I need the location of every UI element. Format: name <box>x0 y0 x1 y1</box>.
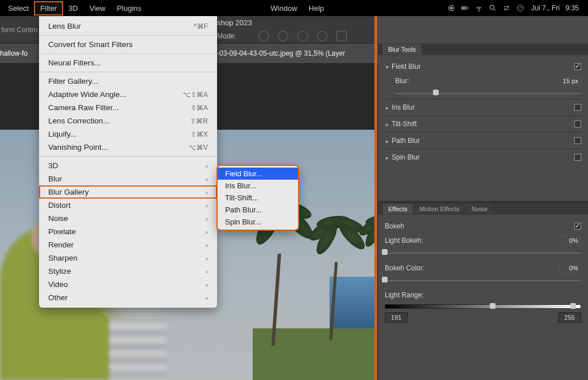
svg-point-6 <box>507 6 508 7</box>
mode-icon[interactable] <box>258 31 269 41</box>
filter-menu-item[interactable]: Convert for Smart Filters <box>39 38 217 51</box>
iris-blur-checkbox[interactable] <box>574 104 581 111</box>
filter-menu-item[interactable]: Neural Filters... <box>39 56 217 69</box>
filter-menu-item[interactable]: Video› <box>39 278 217 291</box>
filter-menu-item[interactable]: Stylize› <box>39 265 217 278</box>
iris-blur-toggle[interactable]: ▸Iris Blur <box>385 100 581 114</box>
filter-menu-item[interactable]: Other› <box>39 291 217 304</box>
submenu-item[interactable]: Iris Blur... <box>217 180 299 192</box>
motion-effects-tab[interactable]: Motion Effects <box>413 204 466 214</box>
spin-blur-toggle[interactable]: ▸Spin Blur <box>385 150 581 164</box>
svg-point-5 <box>490 5 494 9</box>
field-blur-toggle[interactable]: ▾Field Blur <box>385 60 581 73</box>
blur-tools-panel: ▾Field Blur Blur: 15 px ▸Iris Blur ▸Tilt… <box>378 55 588 169</box>
blur-gallery-submenu: Field Blur... Iris Blur... Tilt-Shift...… <box>217 165 299 230</box>
mode-label: Mode: <box>217 32 236 40</box>
bokeh-checkbox[interactable] <box>574 223 581 230</box>
filter-menu-item[interactable]: Pixelate› <box>39 225 217 238</box>
filter-menu-item[interactable]: Liquify...⇧⌘X <box>39 127 217 141</box>
mode-icon[interactable] <box>278 31 288 41</box>
filter-menu-item[interactable]: Lens Correction...⇧⌘R <box>39 114 217 127</box>
menubar-date[interactable]: Jul 7., Fri <box>531 4 559 12</box>
bokeh-color-slider[interactable] <box>385 276 581 284</box>
noise-tab[interactable]: Noise <box>466 204 494 214</box>
menubar-time[interactable]: 9:35 <box>566 4 579 12</box>
toolbar-left-fragment: form Contro <box>1 26 37 34</box>
blur-value[interactable]: 15 px <box>559 76 581 86</box>
svg-point-1 <box>451 7 453 9</box>
menu-plugins[interactable]: Plugins <box>111 2 148 15</box>
filter-menu-last[interactable]: Lens Blur ^⌘F <box>39 20 217 33</box>
filter-menu-item[interactable]: Sharpen› <box>39 251 217 265</box>
filter-menu-item[interactable]: 3D› <box>39 159 217 172</box>
siri-icon[interactable] <box>516 4 524 12</box>
blur-slider[interactable] <box>395 88 581 96</box>
document-tab[interactable]: -03-09-04-43-05-utc.jpeg @ 31,5% (Layer <box>217 49 345 57</box>
mode-icon[interactable] <box>297 31 308 41</box>
effects-panel: Bokeh Light Bokeh: 0% Bokeh Color: 0% Li… <box>378 215 588 327</box>
light-range-low[interactable]: 191 <box>385 312 408 323</box>
filter-menu-item[interactable]: Filter Gallery... <box>39 75 217 88</box>
light-range-slider[interactable] <box>385 302 581 310</box>
submenu-item[interactable]: Tilt-Shift... <box>217 192 299 204</box>
filter-menu-item[interactable]: Render› <box>39 238 217 251</box>
search-icon[interactable] <box>489 4 497 12</box>
filter-menu-blur-gallery[interactable]: Blur Gallery› <box>39 185 217 199</box>
app-title-fragment: shop 2023 <box>217 18 252 27</box>
filter-menu-item[interactable]: Vanishing Point...⌥⌘V <box>39 141 217 154</box>
bokeh-label: Bokeh <box>385 222 404 230</box>
menu-select[interactable]: Select <box>2 2 34 15</box>
status-tray: Jul 7., Fri 9:35 <box>447 4 586 12</box>
wifi-icon[interactable] <box>475 4 483 12</box>
light-bokeh-label: Light Bokeh: <box>385 236 423 245</box>
filter-menu-item[interactable]: Adaptive Wide Angle...⌥⇧⌘A <box>39 88 217 101</box>
menu-view[interactable]: View <box>84 2 111 15</box>
menu-help[interactable]: Help <box>303 2 330 15</box>
tab-prefix: hallow-fo <box>0 49 33 57</box>
submenu-field-blur[interactable]: Field Blur... <box>217 168 299 180</box>
menu-3d[interactable]: 3D <box>63 2 84 15</box>
tilt-shift-checkbox[interactable] <box>574 121 581 127</box>
light-range-label: Light Range: <box>385 291 424 299</box>
annotation-stripe <box>374 0 377 380</box>
submenu-item[interactable]: Spin Blur... <box>217 216 299 228</box>
filter-menu-item[interactable]: Camera Raw Filter...⇧⌘A <box>39 101 217 114</box>
record-icon[interactable] <box>447 4 455 12</box>
path-blur-checkbox[interactable] <box>574 137 581 144</box>
blur-param-label: Blur: <box>395 77 409 85</box>
filter-menu-item[interactable]: Noise› <box>39 212 217 225</box>
light-bokeh-value[interactable]: 0% <box>559 236 581 245</box>
field-blur-checkbox[interactable] <box>574 63 581 70</box>
svg-point-7 <box>505 9 506 10</box>
blur-tools-tab[interactable]: Blur Tools <box>382 44 422 55</box>
mode-icons <box>258 31 347 41</box>
bokeh-color-value[interactable]: 0% <box>559 263 581 273</box>
tilt-shift-toggle[interactable]: ▸Tilt-Shift <box>385 117 581 131</box>
menu-filter[interactable]: Filter <box>34 2 63 15</box>
mode-icon[interactable] <box>336 31 347 41</box>
menu-window[interactable]: Window <box>265 2 303 15</box>
control-center-icon[interactable] <box>502 4 510 12</box>
system-menubar: Select Filter 3D View Plugins Window Hel… <box>0 0 588 16</box>
mode-icon[interactable] <box>317 31 327 41</box>
right-panels: Blur Tools ▾Field Blur Blur: 15 px ▸Iris… <box>378 16 588 380</box>
filter-menu: Lens Blur ^⌘F Convert for Smart Filters … <box>39 16 217 308</box>
effects-tab[interactable]: Effects <box>382 204 413 214</box>
light-bokeh-slider[interactable] <box>385 248 581 256</box>
submenu-item[interactable]: Path Blur... <box>217 204 299 216</box>
filter-menu-item[interactable]: Blur› <box>39 172 217 185</box>
filter-menu-item[interactable]: Distort› <box>39 199 217 212</box>
battery-icon[interactable] <box>461 4 469 12</box>
bokeh-color-label: Bokeh Color: <box>385 264 424 272</box>
spin-blur-checkbox[interactable] <box>574 154 581 161</box>
path-blur-toggle[interactable]: ▸Path Blur <box>385 134 581 148</box>
svg-rect-3 <box>468 7 469 9</box>
light-range-high[interactable]: 255 <box>558 312 581 323</box>
